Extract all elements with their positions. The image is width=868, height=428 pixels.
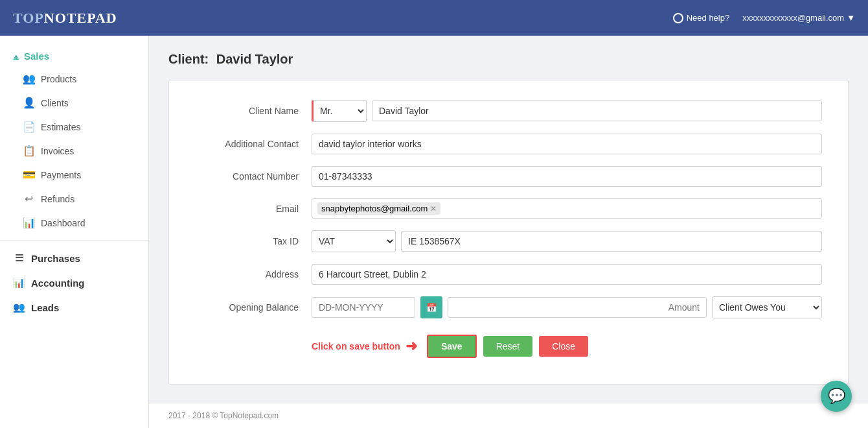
address-row: Address (195, 264, 822, 285)
contact-number-label: Contact Number (195, 171, 312, 182)
dashboard-icon: 📊 (23, 217, 34, 229)
header-right: Need help? xxxxxxxxxxxxx@gmail.com ▼ (673, 13, 855, 23)
page-title-name: David Taylor (216, 52, 293, 66)
accounting-label: Accounting (31, 278, 85, 289)
action-row: Click on save button ➜ Save Reset Close (195, 335, 822, 358)
chat-icon: 💬 (828, 388, 845, 405)
header: TopNotepad Need help? xxxxxxxxxxxxx@gmai… (0, 0, 868, 36)
purchases-label: Purchases (31, 253, 80, 264)
contact-number-field (312, 166, 822, 187)
page-title-prefix: Client: (168, 52, 209, 66)
tax-id-label: Tax ID (195, 236, 312, 246)
email-tag-wrapper[interactable]: snapbytephotos@gmail.com ✕ (312, 198, 822, 219)
contact-number-row: Contact Number (195, 166, 822, 187)
help-label: Need help? (687, 13, 730, 23)
sidebar-sales-section: ⟁ Sales (0, 45, 148, 67)
help-link[interactable]: Need help? (673, 13, 730, 23)
additional-contact-label: Additional Contact (195, 139, 312, 149)
globe-icon (673, 13, 683, 23)
logo-bottom: Notepad (44, 10, 117, 26)
client-name-label: Client Name (195, 106, 312, 116)
sidebar-item-label: Products (41, 74, 76, 84)
client-name-row: Client Name Mr. Mrs. Ms. Dr. (195, 100, 822, 122)
additional-contact-field (312, 134, 822, 154)
estimates-icon: 📄 (23, 121, 34, 133)
logo-top: Top (13, 10, 44, 26)
hint-text: Click on save button ➜ (312, 338, 417, 355)
sidebar-item-clients[interactable]: 👤 Clients (0, 91, 148, 115)
form-card: Client Name Mr. Mrs. Ms. Dr. Additional … (168, 80, 849, 385)
sidebar-group-purchases[interactable]: ☰ Purchases (0, 246, 148, 270)
tax-type-select[interactable]: VAT GST None (312, 230, 396, 252)
tax-id-input[interactable] (401, 231, 822, 252)
calendar-button[interactable]: 📅 (420, 296, 442, 318)
reset-button[interactable]: Reset (483, 336, 533, 357)
email-label: Email (195, 204, 312, 214)
additional-contact-row: Additional Contact (195, 134, 822, 154)
user-email[interactable]: xxxxxxxxxxxxx@gmail.com ▼ (742, 13, 855, 23)
close-button[interactable]: Close (539, 336, 588, 357)
sidebar-item-estimates[interactable]: 📄 Estimates (0, 115, 148, 139)
arrow-icon: ➜ (405, 338, 417, 355)
sidebar-item-refunds[interactable]: ↩ Refunds (0, 187, 148, 211)
sidebar-item-label: Invoices (41, 146, 74, 156)
payments-icon: 💳 (23, 169, 34, 181)
sidebar-item-label: Estimates (41, 122, 80, 132)
chat-bubble[interactable]: 💬 (821, 381, 852, 412)
sidebar-item-label: Payments (41, 170, 81, 180)
clients-icon: 👤 (23, 97, 34, 109)
refunds-icon: ↩ (23, 193, 34, 205)
opening-balance-row: Opening Balance 📅 Client Owes You You Ow… (195, 296, 822, 318)
products-icon: 👥 (23, 73, 34, 85)
footer-copyright: 2017 - 2018 © TopNotepad.com (168, 411, 279, 420)
sidebar-item-label: Dashboard (41, 218, 86, 228)
opening-balance-field: 📅 Client Owes You You Owe Client (312, 296, 822, 318)
amount-input[interactable] (448, 297, 707, 318)
hint-text-label: Click on save button (312, 341, 400, 351)
email-tag: snapbytephotos@gmail.com ✕ (317, 202, 440, 215)
tax-id-field: VAT GST None (312, 230, 822, 252)
address-input[interactable] (312, 264, 822, 285)
sidebar-item-products[interactable]: 👥 Products (0, 67, 148, 91)
tax-id-row: Tax ID VAT GST None (195, 230, 822, 252)
leads-label: Leads (31, 302, 59, 313)
address-label: Address (195, 269, 312, 279)
dropdown-arrow-icon: ▼ (847, 13, 855, 23)
accounting-icon: 📊 (13, 277, 25, 289)
sales-icon: ⟁ (13, 51, 19, 62)
email-text: xxxxxxxxxxxxx@gmail.com (742, 13, 844, 23)
invoices-icon: 📋 (23, 145, 34, 157)
purchases-icon: ☰ (13, 252, 25, 264)
balance-type-select[interactable]: Client Owes You You Owe Client (712, 296, 822, 318)
leads-icon: 👥 (13, 302, 25, 313)
contact-number-input[interactable] (312, 166, 822, 187)
main-content: Client: David Taylor Client Name Mr. Mrs… (149, 36, 868, 403)
sidebar-group-accounting[interactable]: 📊 Accounting (0, 270, 148, 295)
sidebar-divider (0, 240, 148, 241)
date-input[interactable] (312, 297, 415, 318)
calendar-icon: 📅 (426, 303, 437, 313)
email-row: Email snapbytephotos@gmail.com ✕ (195, 198, 822, 219)
logo: TopNotepad (13, 10, 117, 27)
additional-contact-input[interactable] (312, 134, 822, 154)
page-title: Client: David Taylor (168, 52, 849, 67)
email-tag-close-icon[interactable]: ✕ (430, 204, 437, 213)
save-button[interactable]: Save (427, 335, 477, 358)
footer: 2017 - 2018 © TopNotepad.com (149, 403, 868, 428)
opening-balance-label: Opening Balance (195, 302, 312, 313)
email-field: snapbytephotos@gmail.com ✕ (312, 198, 822, 219)
address-field (312, 264, 822, 285)
sidebar-item-label: Clients (41, 98, 69, 108)
sidebar-item-dashboard[interactable]: 📊 Dashboard (0, 211, 148, 235)
sidebar-item-payments[interactable]: 💳 Payments (0, 163, 148, 187)
client-name-field: Mr. Mrs. Ms. Dr. (312, 100, 822, 122)
sidebar-sales-label: Sales (24, 51, 49, 62)
client-name-input[interactable] (372, 101, 822, 121)
sidebar-item-label: Refunds (41, 194, 74, 204)
sidebar-group-leads[interactable]: 👥 Leads (0, 295, 148, 320)
email-tag-text: snapbytephotos@gmail.com (321, 204, 428, 213)
layout: ⟁ Sales 👥 Products 👤 Clients 📄 Estimates… (0, 36, 868, 428)
sidebar: ⟁ Sales 👥 Products 👤 Clients 📄 Estimates… (0, 36, 149, 428)
salutation-select[interactable]: Mr. Mrs. Ms. Dr. (312, 100, 367, 122)
sidebar-item-invoices[interactable]: 📋 Invoices (0, 139, 148, 163)
